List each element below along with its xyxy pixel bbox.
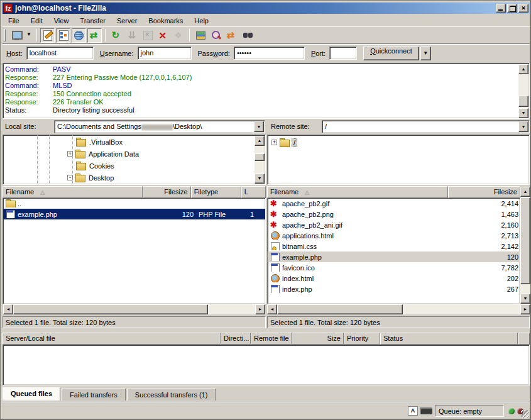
resize-grip[interactable]: [521, 410, 529, 418]
queue-column-blank[interactable]: [518, 333, 530, 345]
column-header-l[interactable]: L: [241, 186, 266, 198]
scroll-thumb[interactable]: [520, 197, 530, 284]
menu-item-view[interactable]: View: [48, 16, 75, 26]
tree-item-label[interactable]: .VirtualBox: [88, 138, 124, 146]
scroll-left-icon[interactable]: ◄: [3, 304, 13, 314]
file-row[interactable]: ..: [3, 198, 265, 209]
tree-item[interactable]: .VirtualBox: [76, 136, 124, 147]
log-scrollbar[interactable]: ▲ ▼: [518, 64, 528, 118]
chevron-down-icon[interactable]: ▼: [518, 121, 528, 132]
host-input[interactable]: localhost: [26, 47, 94, 60]
local-file-list[interactable]: ..example.php120PHP File1: [3, 198, 266, 304]
scroll-thumb[interactable]: [13, 304, 208, 314]
remote-tree-view[interactable]: +/: [267, 135, 530, 185]
tab-queued-files[interactable]: Queued files: [3, 387, 60, 401]
scroll-down-icon[interactable]: ▼: [520, 294, 530, 304]
minimize-button[interactable]: [496, 4, 506, 13]
scroll-thumb[interactable]: [518, 96, 528, 107]
file-row[interactable]: applications.html2,713: [268, 230, 520, 241]
transfer-type-icon[interactable]: A: [408, 406, 418, 416]
queue-column-priority[interactable]: Priority: [344, 333, 380, 345]
tree-item[interactable]: +/: [271, 137, 297, 148]
expand-plus-icon[interactable]: +: [271, 140, 277, 145]
toggle-transfer-queue-icon[interactable]: [87, 28, 102, 43]
scroll-left-icon[interactable]: ◄: [267, 304, 277, 314]
toggle-remote-treeview-icon[interactable]: [72, 28, 86, 43]
scroll-thumb[interactable]: [277, 304, 403, 314]
remote-site-combo[interactable]: / ▼: [322, 120, 530, 133]
scroll-thumb[interactable]: [255, 153, 265, 161]
menu-item-file[interactable]: File: [3, 16, 25, 26]
column-header-filetype[interactable]: Filetype: [191, 186, 241, 198]
local-tree-scrollbar[interactable]: ▲ ▼: [255, 136, 265, 184]
menu-item-server[interactable]: Server: [111, 16, 143, 26]
tree-item-label[interactable]: Desktop: [87, 174, 115, 182]
tree-item-label[interactable]: Application Data: [87, 150, 140, 158]
menu-item-edit[interactable]: Edit: [25, 16, 48, 26]
file-row[interactable]: bitnami.css2,142: [268, 241, 520, 251]
speed-limits-icon[interactable]: [420, 407, 432, 414]
file-row[interactable]: example.php120PHP File1: [3, 209, 265, 219]
file-row[interactable]: example.php120: [268, 251, 520, 262]
scroll-up-icon[interactable]: ▲: [520, 187, 530, 197]
column-header-filesize[interactable]: Filesize: [143, 186, 190, 198]
scroll-down-icon[interactable]: ▼: [255, 174, 265, 184]
port-input[interactable]: [329, 47, 357, 60]
file-row[interactable]: apache_pb2_ani.gif2,160: [268, 219, 520, 230]
local-tree-view[interactable]: .VirtualBox+Application DataCookies-Desk…: [3, 135, 266, 185]
local-list-hscrollbar[interactable]: ◄ ►: [3, 304, 265, 314]
remote-list-scrollbar[interactable]: ▲ ▼: [520, 187, 530, 304]
column-header-filename[interactable]: Filename△: [267, 186, 448, 198]
remote-file-list[interactable]: apache_pb2.gif2,414apache_pb2.png1,463ap…: [267, 198, 520, 304]
site-manager-icon[interactable]: [9, 28, 23, 43]
file-row[interactable]: index.html202: [268, 273, 520, 284]
find-files-icon[interactable]: [240, 28, 255, 43]
remote-list-hscrollbar[interactable]: ◄ ►: [267, 304, 530, 314]
queue-column-size[interactable]: Size: [292, 333, 344, 345]
queue-column-serverlocalfile[interactable]: Server/Local file: [3, 333, 221, 345]
tree-item-label[interactable]: Cookies: [88, 162, 116, 170]
refresh-icon[interactable]: [109, 28, 123, 43]
queue-column-status[interactable]: Status: [380, 333, 518, 345]
username-input[interactable]: john: [138, 47, 192, 60]
scroll-up-icon[interactable]: ▲: [255, 136, 265, 146]
quickconnect-button[interactable]: Quickconnect: [363, 47, 419, 60]
scroll-right-icon[interactable]: ►: [520, 304, 530, 314]
title-bar[interactable]: fz john@localhost - FileZilla: [3, 3, 530, 14]
menu-item-bookmarks[interactable]: Bookmarks: [143, 16, 189, 26]
maximize-button[interactable]: [507, 4, 517, 13]
local-site-combo[interactable]: C:\Documents and Settings\Desktop\ ▼: [54, 120, 265, 133]
queue-column-remotefile[interactable]: Remote file: [251, 333, 292, 345]
column-header-filename[interactable]: Filename△: [3, 186, 143, 198]
filter-icon[interactable]: [193, 28, 207, 43]
tab-successful-transfers-1-[interactable]: Successful transfers (1): [127, 389, 216, 401]
tree-item[interactable]: Cookies: [76, 160, 116, 171]
menu-item-help[interactable]: Help: [189, 16, 214, 26]
toggle-message-log-icon[interactable]: [40, 28, 55, 43]
close-button[interactable]: [518, 4, 528, 13]
scroll-down-icon[interactable]: ▼: [518, 108, 528, 118]
scroll-right-icon[interactable]: ►: [255, 304, 265, 314]
transfer-queue-list[interactable]: [3, 345, 530, 385]
menu-item-transfer[interactable]: Transfer: [74, 16, 111, 26]
site-manager-dropdown-icon[interactable]: [25, 28, 33, 43]
column-header-filesize[interactable]: Filesize: [448, 186, 520, 198]
password-input[interactable]: ••••••: [234, 47, 305, 60]
expand-plus-icon[interactable]: +: [67, 151, 73, 157]
tree-item-label[interactable]: /: [292, 138, 297, 147]
directory-comparison-icon[interactable]: [209, 28, 223, 43]
scroll-up-icon[interactable]: ▲: [518, 64, 528, 74]
tree-item[interactable]: -Desktop: [76, 172, 115, 183]
file-row[interactable]: apache_pb2.png1,463: [268, 209, 520, 219]
toggle-local-treeview-icon[interactable]: [56, 28, 70, 43]
collapse-minus-icon[interactable]: -: [67, 175, 73, 180]
toolbar-grip[interactable]: [4, 29, 6, 41]
chevron-down-icon[interactable]: ▼: [254, 121, 264, 132]
quickconnect-dropdown[interactable]: ▼: [420, 47, 431, 60]
file-row[interactable]: index.php267: [268, 284, 520, 294]
file-row[interactable]: apache_pb2.gif2,414: [268, 198, 520, 209]
tab-failed-transfers[interactable]: Failed transfers: [62, 389, 126, 401]
disconnect-icon[interactable]: [156, 28, 170, 43]
tree-item[interactable]: +Application Data: [76, 148, 140, 159]
synchronized-browsing-icon[interactable]: [224, 28, 239, 43]
